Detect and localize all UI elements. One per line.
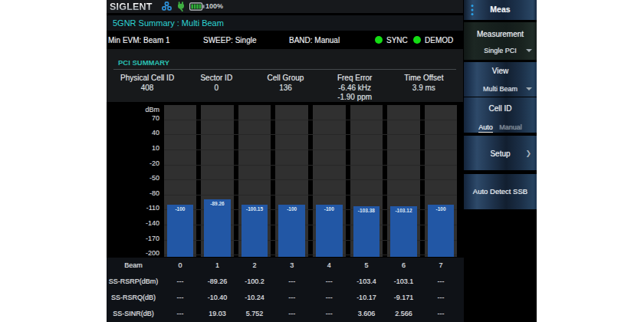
beam-table-cell: -10.17 (348, 290, 386, 306)
beam-table-cell: --- (162, 306, 199, 322)
beam-bar-value-label: -100 (166, 206, 196, 212)
beam-bar-value-label: -100 (314, 206, 344, 212)
pci-column-label: Freq Error (320, 73, 389, 83)
pci-summary-heading: PCI SUMMARY (118, 58, 169, 67)
y-axis-tick-label: -110 (107, 203, 159, 212)
menu-button-measurement[interactable]: Measurement Single PCI (464, 22, 537, 60)
pci-column-label: Cell Group (251, 73, 320, 83)
pci-column-value: 136 (251, 84, 320, 93)
usb-icon (177, 2, 185, 12)
title-bar: 5GNR Summary : Multi Beam (107, 15, 463, 31)
y-axis-tick-label: -50 (107, 173, 159, 182)
demod-indicator-dot (413, 36, 421, 44)
beam-table-cell: --- (422, 306, 460, 322)
battery-icon (189, 2, 205, 11)
y-axis-tick-label: -80 (107, 189, 159, 198)
chart-plot: -100-89.26-100.15-100-100-103.38-103.12-… (164, 105, 458, 258)
beam-table-cell: --- (273, 306, 310, 322)
pci-column-label: Physical Cell ID (113, 73, 182, 83)
beam-table-cell: --- (273, 274, 310, 290)
beam-table-cell: 3 (273, 258, 310, 274)
beam-bar-value-label: -100 (426, 206, 456, 212)
menu-button-cell-id[interactable]: Cell ID Auto Manual (464, 97, 537, 133)
battery-percent: 100% (205, 2, 223, 10)
beam-table-cell: -100.2 (236, 274, 274, 290)
pci-column-value: 408 (113, 84, 182, 93)
beam-table-cell: 3.606 (348, 306, 386, 322)
pci-column: Freq Error-6.46 kHz-1.90 ppm (320, 73, 389, 102)
beam-table-cell: --- (422, 290, 460, 306)
beam-table-cell: -10.40 (199, 290, 236, 306)
beam-table: Beam01234567SS-RSRP(dBm)----89.26-100.2-… (107, 258, 466, 322)
cell-id-options: Auto Manual (464, 123, 537, 131)
view-label: View (464, 67, 537, 75)
y-axis-tick-label: -200 (107, 248, 159, 258)
beam-bar (167, 205, 194, 257)
beam-bar (278, 205, 305, 257)
beam-bar (316, 205, 343, 257)
menu-panel: Meas Measurement Single PCI View Multi B… (464, 0, 537, 322)
chart-gridline (164, 179, 458, 180)
beam-table-row: SS-RSRP(dBm)----89.26-100.2-------103.4-… (107, 274, 466, 290)
beam-bar-value-label: -100 (277, 206, 307, 212)
status-row: Min EVM: Beam 1 SWEEP: Single BAND: Manu… (107, 32, 463, 48)
pci-column-value: 0 (182, 84, 251, 93)
beam-table-cell: 6 (385, 258, 422, 274)
pci-column-value: -6.46 kHz (320, 84, 389, 93)
dropdown-arrow-icon (526, 87, 532, 90)
sync-label: SYNC (386, 36, 408, 44)
dropdown-arrow-icon (526, 49, 532, 52)
chart-gridline (164, 195, 458, 196)
beam-bar-value-label: -100.15 (240, 206, 270, 212)
instrument-screen: SIGLENT 100% 5GNR Summary : Multi Beam M… (107, 0, 537, 322)
measurement-label: Measurement (464, 30, 537, 38)
menu-button-setup[interactable]: Setup ❯ (464, 136, 537, 171)
beam-table-cell: -103.4 (348, 274, 386, 290)
demod-label: DEMOD (425, 36, 453, 44)
beam-table-cell: -89.26 (199, 274, 236, 290)
beam-table-cell: --- (162, 274, 199, 290)
beam-table-row: Beam01234567 (107, 258, 466, 274)
y-axis-tick-label: 70 (107, 113, 159, 123)
cell-id-option-manual[interactable]: Manual (499, 123, 522, 131)
menu-button-auto-detect-ssb[interactable]: Auto Detect SSB (464, 174, 537, 209)
beam-table-cell: --- (310, 306, 348, 322)
menu-button-view[interactable]: View Multi Beam (464, 62, 537, 97)
menu-header[interactable]: Meas (464, 0, 537, 20)
beam-table-row-label: SS-RSRQ(dB) (107, 290, 160, 306)
beam-table-cell: -9.171 (385, 290, 422, 306)
beam-table-cell: --- (162, 290, 199, 306)
beam-table-cell: -103.1 (385, 274, 422, 290)
cell-id-option-auto[interactable]: Auto (478, 123, 493, 133)
pci-column-value: 3.9 ms (389, 84, 458, 93)
beam-table-cell: --- (310, 274, 348, 290)
menu-header-label: Meas (464, 5, 537, 14)
beam-table-cell: --- (310, 290, 348, 306)
beam-table-row-label: SS-RSRP(dBm) (107, 274, 160, 290)
chart-gridline (164, 120, 458, 120)
beam-table-row: SS-RSRQ(dB)----10.40-10.24-------10.17-9… (107, 290, 466, 306)
y-axis-tick-label: -140 (107, 219, 159, 228)
beam-table-cell: --- (422, 274, 460, 290)
beam-table-row: SS-SINR(dB)---19.035.752------3.6062.566… (107, 306, 466, 322)
beam-bar (428, 205, 455, 257)
lan-icon (162, 2, 172, 11)
pci-column: Physical Cell ID408 (113, 73, 182, 102)
page-title: 5GNR Summary : Multi Beam (113, 18, 224, 28)
chart-gridline (164, 165, 458, 166)
pci-column: Cell Group136 (251, 73, 320, 102)
top-status-bar: SIGLENT 100% (107, 0, 463, 13)
pci-column: Sector ID0 (182, 73, 251, 102)
chevron-right-icon: ❯ (525, 150, 531, 157)
beam-table-cell: 19.03 (199, 306, 236, 322)
beam-table-cell: -10.24 (236, 290, 274, 306)
auto-detect-ssb-label: Auto Detect SSB (464, 187, 537, 196)
beam-table-cell: 2 (236, 258, 274, 274)
sync-indicator-dot (375, 36, 383, 44)
beam-table-cell: 7 (422, 258, 460, 274)
pci-column-label: Time Offset (389, 73, 458, 83)
beam-bar-value-label: -89.26 (202, 201, 232, 206)
beam-table-cell: 0 (162, 258, 199, 274)
beam-table-cell: --- (273, 290, 310, 306)
beam-table-cell: 5.752 (236, 306, 274, 322)
